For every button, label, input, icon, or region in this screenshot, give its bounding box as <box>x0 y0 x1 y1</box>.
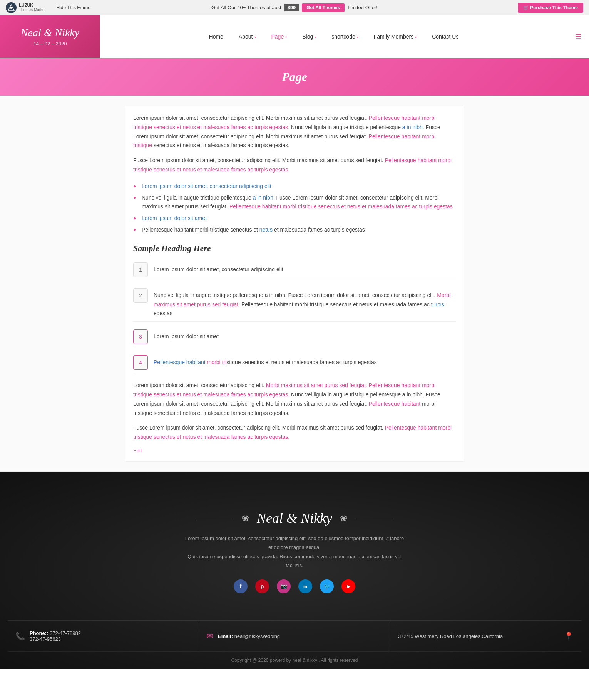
footer-contact-phone: 📞 Phone:: 372-47-78982372-47-95623 <box>8 621 199 651</box>
footer-contact-bar: 📞 Phone:: 372-47-78982372-47-95623 ✉ Ema… <box>8 620 581 651</box>
footer-brand-title: Neal & Nikky <box>257 510 332 526</box>
para-2: Fusce Lorem ipsum dolor sit amet, consec… <box>133 156 456 175</box>
bullet-item: Lorem ipsum dolor sit amet <box>133 212 456 224</box>
nav-shortcode[interactable]: shortcode ▾ <box>326 30 364 44</box>
location-icon: 📍 <box>564 631 574 641</box>
para-3: Lorem ipsum dolor sit amet, consectetur … <box>133 381 456 418</box>
chevron-down-icon: ▾ <box>254 35 256 39</box>
numbered-list: 1 Lorem ipsum dolor sit amet, consectetu… <box>133 259 456 373</box>
chevron-down-icon: ▾ <box>285 35 287 39</box>
phone-icon: 📞 <box>15 631 25 641</box>
site-date: 14 – 02 – 2020 <box>33 41 67 47</box>
social-pinterest[interactable]: p <box>255 579 269 593</box>
page-hero: Page <box>0 58 589 96</box>
admin-bar: LUZUK Themes Market Hide This Frame Get … <box>0 0 589 15</box>
site-title: Neal & Nikky <box>21 27 79 39</box>
main-nav: Home About ▾ Page ▾ Blog ▾ shortcode ▾ F… <box>100 30 567 44</box>
price-badge: $99 <box>284 4 299 11</box>
promo-text: Get All Our 40+ Themes at Just <box>211 5 281 10</box>
address-value: 372/45 West mery Road Los angeles,Califo… <box>398 633 503 639</box>
nav-blog[interactable]: Blog ▾ <box>296 30 322 44</box>
divider-line-right <box>355 518 394 518</box>
logo-text-luzuk: LUZUK <box>19 3 45 8</box>
nav-contact-us[interactable]: Contact Us <box>426 30 464 44</box>
numbered-item: 4 Pellentesque habitant morbi tristique … <box>133 352 456 373</box>
social-instagram[interactable]: 📷 <box>277 579 291 593</box>
para-1: Lorem ipsum dolor sit amet, consectetur … <box>133 114 456 150</box>
logo-area: LUZUK Themes Market <box>6 2 45 13</box>
floral-right-icon: ❀ <box>340 513 348 524</box>
content-box: Lorem ipsum dolor sit amet, consectetur … <box>125 106 464 462</box>
email-label: Email: <box>218 633 234 639</box>
numbered-item: 1 Lorem ipsum dolor sit amet, consectetu… <box>133 259 456 280</box>
svg-point-1 <box>10 7 12 9</box>
bullet-item: Pellentesque habitant morbi tristique se… <box>133 224 456 235</box>
get-all-themes-button[interactable]: Get All Themes <box>302 3 345 12</box>
chevron-down-icon: ▾ <box>415 35 417 39</box>
limited-offer-text: Limited Offer! <box>348 5 378 10</box>
luzuk-logo-icon <box>6 2 17 13</box>
promo-center: Get All Our 40+ Themes at Just $99 Get A… <box>211 3 378 12</box>
footer-copyright: Copyright @ 2020 powerd by neal & nikky … <box>8 651 581 669</box>
footer-description: Lorem ipsum dolor sit amet, consectetur … <box>183 534 406 570</box>
logo-text-sub: Themes Market <box>19 8 45 12</box>
numbered-item: 2 Nunc vel ligula in augue tristique pel… <box>133 285 456 322</box>
sample-heading: Sample Heading Here <box>133 243 456 253</box>
nav-about[interactable]: About ▾ <box>233 30 262 44</box>
bullet-item: Lorem ipsum dolor sit amet, consectetur … <box>133 180 456 192</box>
nav-page[interactable]: Page ▾ <box>266 30 293 44</box>
nav-home[interactable]: Home <box>203 30 229 44</box>
chevron-down-icon: ▾ <box>357 35 358 39</box>
page-hero-title: Page <box>12 70 577 84</box>
numbered-item: 3 Lorem ipsum dolor sit amet <box>133 326 456 347</box>
phone-label: Phone:: <box>30 630 50 636</box>
social-facebook[interactable]: f <box>234 579 248 593</box>
footer-social: f p 📷 in 🐦 ▶ <box>8 579 581 593</box>
social-twitter[interactable]: 🐦 <box>320 579 334 593</box>
site-footer: ❀ Neal & Nikky ❀ Lorem ipsum dolor sit a… <box>0 472 589 669</box>
email-icon: ✉ <box>207 631 213 641</box>
purchase-theme-button[interactable]: 🛒 Purchase This Theme <box>518 3 583 13</box>
divider-line-left <box>195 518 234 518</box>
bullet-item: Nunc vel ligula in augue tristique pelle… <box>133 192 456 212</box>
content-section: Lorem ipsum dolor sit amet, consectetur … <box>0 96 589 472</box>
social-youtube[interactable]: ▶ <box>341 579 355 593</box>
email-value: neal@nikky.wedding <box>234 633 280 639</box>
footer-brand-inner: ❀ Neal & Nikky ❀ <box>8 510 581 526</box>
chevron-down-icon: ▾ <box>315 35 316 39</box>
footer-contact-address: 372/45 West mery Road Los angeles,Califo… <box>390 621 581 651</box>
floral-left-icon: ❀ <box>241 513 249 524</box>
site-header: Neal & Nikky 14 – 02 – 2020 Home About ▾… <box>0 15 589 58</box>
footer-contact-email: ✉ Email: neal@nikky.wedding <box>199 621 390 651</box>
right-actions: 🛒 Purchase This Theme <box>518 3 583 13</box>
para-4: Fusce Lorem ipsum dolor sit amet, consec… <box>133 423 456 442</box>
hide-frame-link[interactable]: Hide This Frame <box>53 3 93 12</box>
footer-brand: ❀ Neal & Nikky ❀ Lorem ipsum dolor sit a… <box>8 495 581 621</box>
hamburger-icon[interactable]: ☰ <box>567 29 589 45</box>
edit-link[interactable]: Edit <box>133 448 456 453</box>
nav-family-members[interactable]: Family Members ▾ <box>368 30 422 44</box>
site-branding: Neal & Nikky 14 – 02 – 2020 <box>0 15 100 58</box>
content-inner: Lorem ipsum dolor sit amet, consectetur … <box>117 96 472 471</box>
bullet-list: Lorem ipsum dolor sit amet, consectetur … <box>133 180 456 236</box>
social-linkedin[interactable]: in <box>298 579 312 593</box>
